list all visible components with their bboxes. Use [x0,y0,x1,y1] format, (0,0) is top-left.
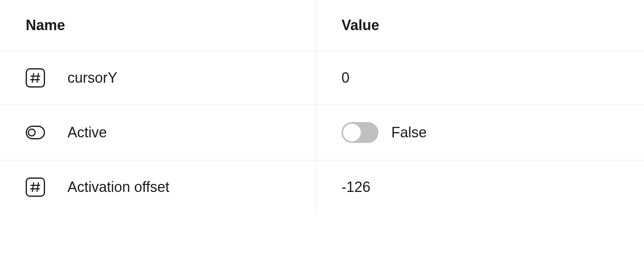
svg-line-0 [32,73,33,82]
header-value: Value [317,0,644,51]
header-value-label: Value [341,17,379,34]
row-name-label: Active [67,124,107,141]
table-row[interactable]: cursorY 0 [0,51,644,105]
cell-name-cursory: cursorY [0,51,317,104]
cell-name-active: Active [0,105,317,160]
row-value-text: 0 [341,69,350,86]
cell-value-activation-offset[interactable]: -126 [317,161,644,214]
row-name-label: Activation offset [67,179,169,196]
variables-table: Name Value cursorY 0 [0,0,644,214]
cell-name-activation-offset: Activation offset [0,161,317,214]
number-icon [26,68,45,88]
row-value-text: -126 [341,179,370,196]
table-row[interactable]: Active False [0,105,644,161]
row-name-label: cursorY [67,69,117,86]
svg-line-1 [37,73,38,82]
header-name: Name [0,0,317,51]
table-header-row: Name Value [0,0,644,51]
number-icon [26,177,45,197]
toggle-icon [26,123,45,142]
svg-line-4 [32,183,33,192]
header-name-label: Name [26,17,65,33]
table-row[interactable]: Activation offset -126 [0,161,644,214]
cell-value-active: False [317,105,644,160]
row-value-text: False [391,124,427,141]
cell-value-cursory[interactable]: 0 [317,51,644,104]
toggle-switch[interactable] [341,122,378,143]
svg-line-5 [37,183,38,192]
